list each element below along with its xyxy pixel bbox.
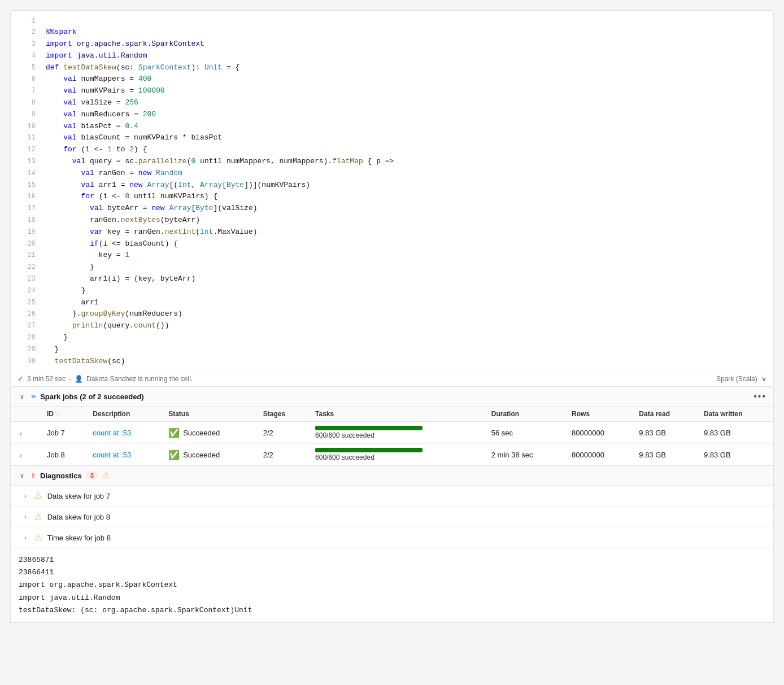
task-bar-fill [315, 448, 423, 452]
code-content: val ranGen = new Random [46, 168, 766, 180]
line-number: 6 [18, 73, 36, 85]
status-success-icon: ✅ [168, 427, 180, 438]
line-number: 3 [18, 38, 36, 50]
col-header-stages[interactable]: Stages [256, 407, 308, 422]
row-expand-btn[interactable]: › [11, 444, 40, 466]
runtime-label: Spark (Scala) ∨ [716, 375, 766, 383]
code-line: 16 for (i <- 0 until numKVPairs) { [11, 191, 773, 203]
task-bar-fill [315, 426, 423, 430]
spark-jobs-more-btn[interactable]: ••• [753, 391, 766, 402]
line-number: 20 [18, 238, 36, 250]
table-row: › Job 8 count at :53 ✅ Succeeded 2/2 600… [11, 444, 773, 466]
job-tasks: 600/600 succeeded [308, 422, 485, 444]
spark-jobs-collapse-btn[interactable]: ∨ [18, 392, 27, 402]
code-line: 12 for (i <- 1 to 2) { [11, 144, 773, 156]
line-number: 25 [18, 297, 36, 308]
col-header-data-written[interactable]: Data written [697, 407, 773, 422]
expand-icon[interactable]: › [18, 452, 24, 459]
job-duration: 56 sec [485, 422, 565, 444]
runtime-chevron[interactable]: ∨ [761, 375, 766, 383]
diagnostics-warning-icon: ⚠ [102, 470, 110, 481]
col-header-id[interactable]: ID ↑ [40, 407, 86, 422]
running-user: Dakota Sanchez is running the cell. [86, 375, 193, 383]
diagnostics-collapse-btn[interactable]: ∨ [18, 471, 27, 481]
code-line: 1 [11, 15, 773, 27]
line-number: 7 [18, 85, 36, 97]
row-expand-btn[interactable]: › [11, 422, 40, 444]
output-section: 2386587123866411import org.apache.spark.… [10, 548, 774, 622]
job-description: count at :53 [86, 422, 162, 444]
diag-expand-btn[interactable]: › [22, 534, 29, 541]
diag-item-text: Data skew for job 8 [47, 513, 110, 521]
line-number: 19 [18, 226, 36, 238]
job-rows: 80000000 [565, 444, 632, 466]
code-line: 24 } [11, 285, 773, 297]
code-content: } [46, 261, 766, 273]
line-number: 2 [18, 27, 36, 38]
line-number: 8 [18, 97, 36, 108]
success-icon: ✓ [18, 374, 24, 383]
table-row: › Job 7 count at :53 ✅ Succeeded 2/2 600… [11, 422, 773, 444]
diag-expand-btn[interactable]: › [22, 492, 29, 499]
line-number: 22 [18, 261, 36, 273]
code-content: testDataSkew(sc) [46, 356, 766, 368]
diagnostics-header: ∨ ⚕ Diagnostics 3 ⚠ [11, 466, 773, 486]
diagnostics-badge: 3 [86, 472, 98, 479]
col-header-status[interactable]: Status [162, 407, 256, 422]
diagnostics-item[interactable]: › ⚠ Data skew for job 8 [11, 507, 773, 527]
job-data-written: 9.83 GB [697, 422, 773, 444]
job-link[interactable]: count at :53 [93, 429, 131, 437]
code-content: def testDataSkew(sc: SparkContext): Unit… [46, 62, 766, 74]
output-line: 23866411 [19, 566, 765, 579]
line-number: 18 [18, 215, 36, 226]
user-label: 👤 [75, 375, 83, 383]
col-header-description[interactable]: Description [86, 407, 162, 422]
job-link[interactable]: count at :53 [93, 451, 131, 459]
code-content: }.groupByKey(numReducers) [46, 308, 766, 320]
status-success-icon: ✅ [168, 450, 180, 460]
code-content: ranGen.nextBytes(byteArr) [46, 215, 766, 226]
code-content: } [46, 332, 766, 344]
code-content: val numKVPairs = 100000 [46, 85, 766, 97]
status-label: Succeeded [183, 451, 220, 459]
line-number: 4 [18, 50, 36, 62]
code-content: %%spark [46, 27, 766, 38]
code-content: arr1(i) = (key, byteArr) [46, 273, 766, 285]
col-header-data-read[interactable]: Data read [632, 407, 697, 422]
diagnostics-item[interactable]: › ⚠ Time skew for job 8 [11, 527, 773, 548]
col-header-tasks[interactable]: Tasks [308, 407, 485, 422]
job-status: ✅ Succeeded [162, 444, 256, 466]
spark-jobs-title-text: Spark jobs (2 of 2 succeeded) [40, 392, 144, 401]
code-line: 27 println(query.count()) [11, 320, 773, 332]
code-content: val byteArr = new Array[Byte](valSize) [46, 203, 766, 215]
job-duration: 2 min 38 sec [485, 444, 565, 466]
code-content: val numReducers = 200 [46, 109, 766, 121]
line-number: 24 [18, 285, 36, 296]
col-header-duration[interactable]: Duration [485, 407, 565, 422]
spark-jobs-icon: ≡ [31, 392, 36, 401]
code-editor: 12%%spark3import org.apache.spark.SparkC… [11, 11, 773, 372]
job-data-read: 9.83 GB [632, 444, 697, 466]
diag-expand-btn[interactable]: › [22, 513, 29, 520]
col-header-rows[interactable]: Rows [565, 407, 632, 422]
cell-footer: ✓ 3 min 52 sec - 👤 Dakota Sanchez is run… [11, 372, 773, 386]
line-number: 27 [18, 320, 36, 331]
code-content: val query = sc.parallelize(0 until numMa… [46, 156, 766, 168]
task-bar-bg [315, 426, 423, 430]
diagnostics-title-text: Diagnostics [40, 472, 82, 480]
diag-item-text: Time skew for job 8 [47, 534, 111, 542]
line-number: 12 [18, 144, 36, 155]
line-number: 21 [18, 250, 36, 261]
diag-item-text: Data skew for job 7 [47, 492, 110, 500]
line-number: 28 [18, 332, 36, 343]
expand-icon[interactable]: › [18, 430, 24, 437]
code-line: 6 val numMappers = 400 [11, 73, 773, 85]
code-line: 11 val biasCount = numKVPairs * biasPct [11, 132, 773, 144]
diagnostics-item[interactable]: › ⚠ Data skew for job 7 [11, 486, 773, 507]
notebook-cell: 12%%spark3import org.apache.spark.SparkC… [10, 10, 774, 387]
code-content: } [46, 285, 766, 297]
job-rows: 80000000 [565, 422, 632, 444]
code-line: 19 var key = ranGen.nextInt(Int.MaxValue… [11, 226, 773, 238]
code-content: var key = ranGen.nextInt(Int.MaxValue) [46, 226, 766, 238]
code-line: 18 ranGen.nextBytes(byteArr) [11, 215, 773, 226]
